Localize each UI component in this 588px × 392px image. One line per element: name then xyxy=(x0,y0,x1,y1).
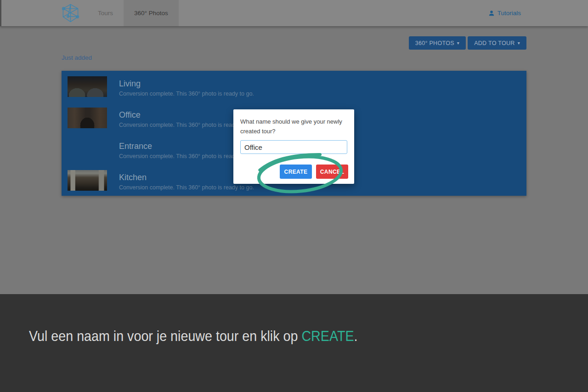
photo-thumbnail xyxy=(68,139,107,159)
cancel-button[interactable]: CANCEL xyxy=(316,165,348,179)
photo-title: Living xyxy=(119,79,254,89)
create-button[interactable]: CREATE xyxy=(280,165,312,179)
add-to-tour-dropdown-button[interactable]: ADD TO TOUR ▾ xyxy=(468,36,526,50)
caption-text: Vul een naam in voor je nieuwe tour en k… xyxy=(29,328,358,344)
tutorials-label: Tutorials xyxy=(498,10,521,17)
caption-band: Vul een naam in voor je nieuwe tour en k… xyxy=(0,294,588,392)
photo-thumbnail xyxy=(68,108,107,128)
app-logo-icon[interactable] xyxy=(61,3,80,23)
window-edge xyxy=(0,0,1,26)
top-navbar: Tours 360° Photos Tutorials xyxy=(0,0,588,26)
caption-highlight: CREATE xyxy=(301,328,354,344)
toolbar: 360° PHOTOS ▾ ADD TO TOUR ▾ xyxy=(409,36,526,50)
tour-name-input[interactable] xyxy=(240,140,347,154)
tab-360-photos[interactable]: 360° Photos xyxy=(124,0,179,26)
tab-tours[interactable]: Tours xyxy=(87,0,124,26)
photos-dropdown-button[interactable]: 360° PHOTOS ▾ xyxy=(409,36,466,50)
photo-status: Conversion complete. This 360° photo is … xyxy=(119,184,254,191)
photo-thumbnail xyxy=(68,76,107,97)
caret-down-icon: ▾ xyxy=(518,40,520,45)
caret-down-icon: ▾ xyxy=(457,40,459,45)
photo-thumbnail xyxy=(68,170,107,191)
caption-prefix: Vul een naam in voor je nieuwe tour en k… xyxy=(29,328,301,344)
tutorial-slide: Tours 360° Photos Tutorials 360° PHOTOS … xyxy=(0,0,588,392)
create-tour-dialog: What name should we give your newly crea… xyxy=(233,109,354,184)
dialog-question: What name should we give your newly crea… xyxy=(240,117,347,136)
just-added-label: Just added xyxy=(62,54,92,61)
tutorials-link[interactable]: Tutorials xyxy=(488,0,521,26)
photo-status: Conversion complete. This 360° photo is … xyxy=(119,91,254,97)
photo-row-living[interactable]: Living Conversion complete. This 360° ph… xyxy=(68,76,520,97)
nav-tabs: Tours 360° Photos xyxy=(87,0,179,26)
user-icon xyxy=(488,10,495,17)
caption-suffix: . xyxy=(354,328,358,344)
